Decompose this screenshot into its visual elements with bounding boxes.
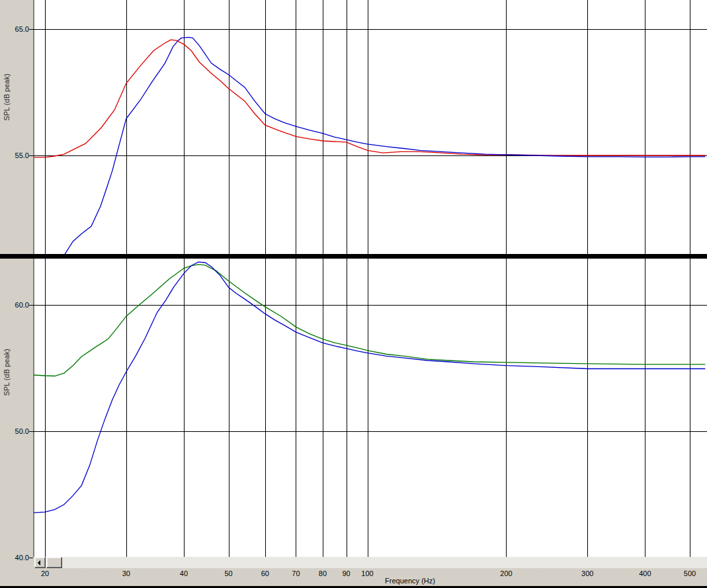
measurement-window: 65.055.0SPL (dB peak)60.050.040.0SPL (dB… <box>0 0 707 588</box>
x-tick-label: 400 <box>639 569 651 577</box>
grid-lines <box>33 0 707 254</box>
bottom-chart-canvas <box>0 259 707 557</box>
y-tick-mark <box>29 29 33 30</box>
top-chart-canvas <box>0 0 707 254</box>
x-tick-label: 50 <box>224 569 232 577</box>
scrollbar-thumb[interactable] <box>46 557 62 568</box>
curve-red-response-top <box>34 40 705 157</box>
y-tick-label: 60.0 <box>1 301 29 309</box>
horizontal-scrollbar[interactable] <box>34 557 707 568</box>
scrollbar-left-button[interactable] <box>34 557 46 568</box>
x-tick-label: 90 <box>342 569 350 577</box>
y-tick-mark <box>29 558 33 558</box>
y-tick-label: 55.0 <box>1 151 29 159</box>
y-tick-label: 40.0 <box>1 554 29 562</box>
grid-lines <box>33 259 707 557</box>
x-tick-label: 500 <box>684 569 696 577</box>
x-tick-label: 100 <box>361 569 373 577</box>
x-tick-label: 200 <box>500 569 512 577</box>
panel-divider <box>0 254 707 259</box>
y-tick-mark <box>29 155 33 156</box>
x-tick-label: 70 <box>292 569 300 577</box>
curve-blue-response-top <box>60 37 705 254</box>
x-tick-label: 20 <box>41 569 49 577</box>
bottom-y-axis-title: SPL (dB peak) <box>3 349 11 396</box>
x-tick-label: 60 <box>261 569 269 577</box>
x-axis-title: Frequency (Hz) <box>385 577 435 585</box>
y-tick-label: 50.0 <box>1 427 29 435</box>
x-tick-label: 30 <box>122 569 130 577</box>
curve-green-response-bottom <box>34 265 705 376</box>
y-tick-label: 65.0 <box>1 25 29 33</box>
curve-blue-response-bottom <box>34 262 705 513</box>
y-tick-mark <box>29 431 33 432</box>
x-tick-label: 300 <box>581 569 593 577</box>
y-tick-mark <box>29 305 33 306</box>
scroll-left-arrow-icon <box>38 560 40 566</box>
x-tick-label: 80 <box>319 569 327 577</box>
top-y-axis-title: SPL (dB peak) <box>3 73 11 120</box>
x-tick-label: 40 <box>180 569 188 577</box>
